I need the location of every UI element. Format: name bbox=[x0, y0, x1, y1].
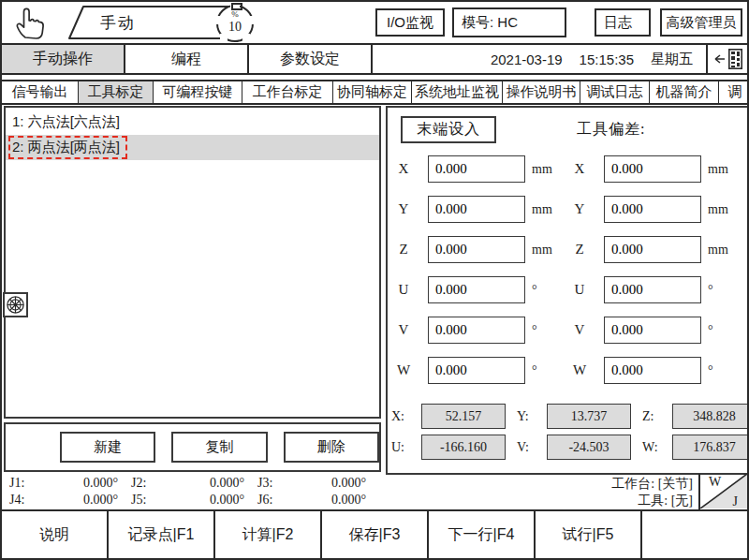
model-number-box[interactable]: 模号: HC bbox=[452, 7, 566, 37]
panel-head: 末端设入 工具偏差: bbox=[401, 116, 749, 143]
joint-readout: J1:0.000° J2:0.000° J3:0.000° J4:0.000° … bbox=[2, 476, 379, 509]
offset-input-v[interactable] bbox=[604, 317, 701, 344]
end-input-x[interactable] bbox=[428, 155, 525, 183]
tabbar: 信号输出 工具标定 可编程按键 工作台标定 协同轴标定 系统地址监视 操作说明书… bbox=[2, 80, 747, 105]
fn-empty-cell bbox=[640, 511, 747, 558]
list-item-six-point[interactable]: 1: 六点法[六点法] bbox=[6, 110, 379, 135]
delete-button[interactable]: 删除 bbox=[284, 432, 379, 463]
hand-jog-icon bbox=[12, 5, 46, 40]
axis-row-v: V ° V ° bbox=[388, 310, 749, 350]
system-status: 工作台: [关节] 工具: [无] bbox=[611, 476, 698, 509]
fn-trial-run-f5-button[interactable]: 试行|F5 bbox=[534, 511, 640, 558]
mode-label: 手动 bbox=[100, 12, 136, 34]
end-input-u[interactable] bbox=[428, 276, 525, 303]
io-monitor-button[interactable]: I/O监视 bbox=[375, 8, 445, 37]
axis-label-u: U bbox=[567, 282, 592, 298]
readout-value-v: -24.503 bbox=[547, 435, 631, 460]
jog-wheel-button[interactable] bbox=[3, 292, 28, 317]
unit-label: ° bbox=[708, 363, 734, 378]
panel-grid-icon bbox=[728, 49, 742, 69]
list-actions: 新建 复制 删除 bbox=[4, 422, 381, 472]
header: 手动 % 10 % 10 I/O监视 模号: HC 日志 高级管理员 bbox=[2, 2, 747, 45]
unit-label: mm bbox=[708, 202, 734, 217]
fn-help-button[interactable]: 说明 bbox=[2, 511, 107, 558]
workbench-status: 工作台: [关节] bbox=[611, 476, 693, 493]
menu-tab-programming[interactable]: 编程 bbox=[125, 45, 249, 73]
tab-overflow-cut[interactable]: 调 bbox=[719, 81, 747, 103]
axis-row-z: Z mm Z mm bbox=[388, 229, 749, 270]
tab-machine-intro[interactable]: 机器简介 bbox=[650, 81, 719, 103]
joint-j4: J4:0.000° bbox=[9, 493, 131, 509]
tab-debug-log[interactable]: 调试日志 bbox=[580, 81, 650, 103]
axis-label-z: Z bbox=[567, 242, 592, 258]
end-set-button[interactable]: 末端设入 bbox=[401, 116, 496, 143]
tool-method-list: 1: 六点法[六点法] 2: 两点法[两点法] bbox=[4, 106, 381, 419]
axis-label-z: Z bbox=[391, 242, 416, 258]
tool-status: 工具: [无] bbox=[611, 493, 693, 509]
offset-input-x[interactable] bbox=[604, 155, 701, 183]
weekday-text: 星期五 bbox=[651, 51, 693, 68]
tab-workbench-calibration[interactable]: 工作台标定 bbox=[242, 81, 333, 103]
position-readout: X: 52.157 Y: 13.737 Z: 348.828 U: -166.1… bbox=[388, 401, 749, 463]
readout-value-x: 52.157 bbox=[421, 404, 506, 429]
list-item-two-point[interactable]: 2: 两点法[两点法] bbox=[6, 135, 379, 160]
readout-row-xyz: X: 52.157 Y: 13.737 Z: 348.828 bbox=[391, 401, 749, 432]
axis-label-u: U bbox=[391, 282, 416, 298]
axis-row-y: Y mm Y mm bbox=[388, 189, 749, 229]
log-button[interactable]: 日志 bbox=[595, 8, 651, 37]
offset-input-w[interactable] bbox=[604, 357, 701, 384]
offset-input-z[interactable] bbox=[604, 236, 701, 263]
list-item-label: 1: 六点法[六点法] bbox=[8, 111, 127, 134]
readout-label-w: W: bbox=[642, 440, 665, 455]
coord-mode-j: J bbox=[733, 494, 738, 509]
left-arrow-icon bbox=[712, 53, 726, 65]
offset-input-y[interactable] bbox=[604, 196, 701, 223]
unit-label: mm bbox=[532, 243, 558, 258]
fn-next-line-f4-button[interactable]: 下一行|F4 bbox=[427, 511, 534, 558]
unit-label: mm bbox=[532, 202, 558, 217]
calibration-panel: 末端设入 工具偏差: X mm X mm Y mm Y bbox=[386, 106, 749, 475]
copy-button[interactable]: 复制 bbox=[171, 432, 267, 463]
joint-j5: J5:0.000° bbox=[131, 493, 257, 509]
tab-programmable-keys[interactable]: 可编程按键 bbox=[154, 81, 242, 103]
tab-signal-output[interactable]: 信号输出 bbox=[2, 81, 79, 103]
svg-text:%: % bbox=[231, 9, 239, 19]
joint-j3: J3:0.000° bbox=[257, 476, 379, 493]
tab-tool-calibration[interactable]: 工具标定 bbox=[79, 81, 154, 103]
user-role-button[interactable]: 高级管理员 bbox=[660, 8, 742, 37]
joint-j1: J1:0.000° bbox=[9, 476, 131, 493]
tab-operation-manual[interactable]: 操作说明书 bbox=[503, 81, 580, 103]
axis-label-y: Y bbox=[567, 201, 592, 217]
end-input-z[interactable] bbox=[428, 236, 525, 263]
fn-record-point-f1-button[interactable]: 记录点|F1 bbox=[107, 511, 213, 558]
wheel-icon bbox=[7, 296, 24, 314]
unit-label: ° bbox=[708, 283, 734, 298]
readout-value-y: 13.737 bbox=[547, 404, 631, 429]
menubar: 手动操作 编程 参数设定 2021-03-19 15:15:35 星期五 bbox=[2, 45, 747, 75]
tab-coaxis-calibration[interactable]: 协同轴标定 bbox=[333, 81, 412, 103]
unit-label: ° bbox=[532, 323, 558, 338]
readout-row-uvw: U: -166.160 V: -24.503 W: 176.837 bbox=[391, 432, 749, 463]
coord-mode-toggle[interactable]: W J bbox=[698, 474, 747, 510]
menu-tab-manual-operation[interactable]: 手动操作 bbox=[2, 45, 125, 73]
axis-label-w: W bbox=[567, 362, 592, 378]
axis-grid: X mm X mm Y mm Y mm Z bbox=[388, 149, 749, 391]
time-text: 15:15:35 bbox=[580, 52, 634, 67]
end-input-v[interactable] bbox=[428, 317, 525, 344]
collapse-panel-button[interactable] bbox=[706, 45, 747, 73]
menu-tab-parameter-setting[interactable]: 参数设定 bbox=[249, 45, 373, 73]
readout-label-x: X: bbox=[391, 409, 414, 424]
svg-text:10: 10 bbox=[228, 20, 242, 34]
tab-system-address-monitor[interactable]: 系统地址监视 bbox=[412, 81, 503, 103]
new-button[interactable]: 新建 bbox=[60, 432, 155, 463]
fn-save-f3-button[interactable]: 保存|F3 bbox=[320, 511, 427, 558]
readout-value-z: 348.828 bbox=[672, 404, 749, 429]
unit-label: mm bbox=[708, 243, 734, 258]
offset-input-u[interactable] bbox=[604, 276, 701, 303]
axis-label-x: X bbox=[567, 161, 592, 177]
fn-calculate-f2-button[interactable]: 计算|F2 bbox=[213, 511, 320, 558]
coord-mode-w: W bbox=[709, 475, 721, 490]
end-input-w[interactable] bbox=[428, 357, 525, 384]
end-input-y[interactable] bbox=[428, 196, 525, 223]
axis-label-w: W bbox=[391, 362, 416, 378]
